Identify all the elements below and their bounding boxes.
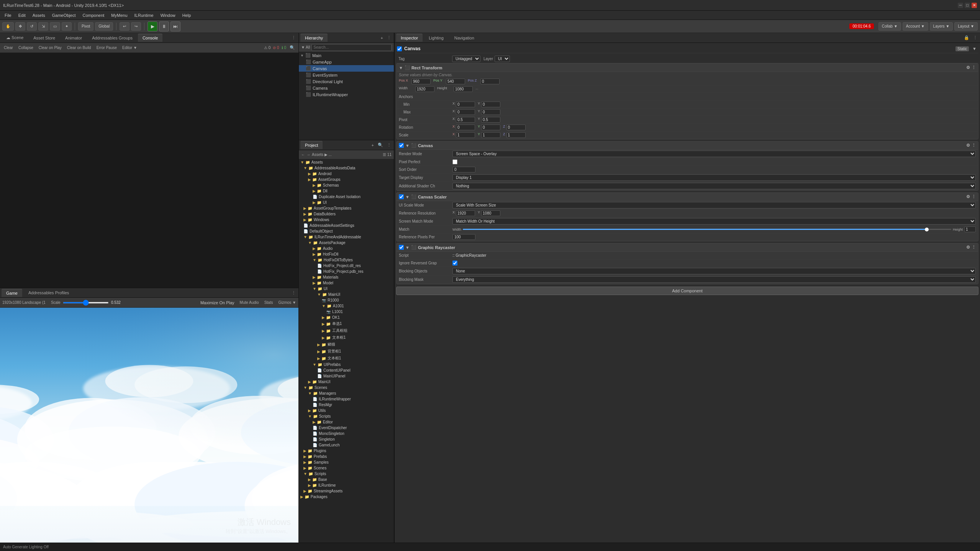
pivot-y[interactable] (481, 117, 500, 123)
tab-scene[interactable]: ☁ Scene (2, 34, 28, 42)
tab-game[interactable]: Game (2, 289, 22, 297)
tab-inspector[interactable]: Inspector (396, 34, 423, 42)
h-item-camera[interactable]: ⬛ Camera (299, 85, 394, 91)
p-packages[interactable]: ▶ 📁 Packages (299, 494, 394, 500)
transform-tool[interactable]: ✦ (62, 22, 72, 31)
match-slider[interactable] (463, 229, 951, 230)
tab-asset-store[interactable]: Asset Store (29, 34, 60, 42)
tab-addressables-profiles[interactable]: Addressables Profiles (24, 289, 74, 297)
h-item-eventsystem[interactable]: ⬛ EventSystem (299, 72, 394, 78)
object-active-checkbox[interactable] (397, 46, 402, 51)
anchor-max-x[interactable] (456, 109, 475, 115)
hierarchy-search[interactable] (311, 44, 392, 51)
pos-z-input[interactable] (480, 79, 500, 84)
menu-component[interactable]: Component (79, 12, 107, 18)
move-tool[interactable]: ✥ (15, 22, 25, 31)
menu-mymenu[interactable]: MyMenu (108, 12, 130, 18)
p-windows[interactable]: ▶ 📁 Windows (299, 217, 394, 223)
redo-btn[interactable]: ↪ (131, 22, 141, 31)
p-single1[interactable]: ▶ 📁 单选1 (299, 320, 394, 327)
p-ilruntimewrapper-file[interactable]: 📄 ILRuntimeWrapper (299, 396, 394, 402)
p-hotfixdll[interactable]: ▶ 📁 HotFixDll (299, 251, 394, 257)
canvas-scaler-enabled[interactable] (399, 194, 404, 199)
p-prefabs[interactable]: ▶ 📁 Prefabs (299, 454, 394, 459)
mute-btn[interactable]: Mute Audio (240, 300, 259, 305)
p-dll[interactable]: ▶ 📁 Dll (299, 188, 394, 194)
p-resmgr[interactable]: 📄 ResMgr (299, 402, 394, 408)
p-ok1[interactable]: ▶ 📁 OK1 (299, 315, 394, 320)
p-ilruntime[interactable]: ▶ 📁 ILRuntime (299, 482, 394, 488)
inspector-lock[interactable]: 🔒 (963, 35, 970, 41)
canvas-settings[interactable]: ⚙ (966, 143, 970, 148)
play-btn[interactable]: ▶ (147, 21, 157, 31)
render-mode-select[interactable]: Screen Space - Overlay (452, 151, 976, 157)
p-scenes[interactable]: ▼ 📁 Scenes (299, 385, 394, 390)
undo-btn[interactable]: ↩ (120, 22, 129, 31)
match-value[interactable] (964, 226, 976, 232)
p-r1000[interactable]: 📷 R1000 (299, 297, 394, 303)
pixel-perfect-checkbox[interactable] (452, 159, 457, 164)
p-addressable-assets-data[interactable]: ▼ 📁 AddressableAssetsData (299, 165, 394, 171)
scale-slider[interactable] (63, 302, 109, 303)
width-input[interactable] (415, 86, 434, 92)
console-error-pause-btn[interactable]: Error Pause (95, 45, 118, 50)
scale-z[interactable] (506, 132, 526, 138)
rot-z[interactable] (506, 125, 526, 130)
console-editor-btn[interactable]: Editor ▼ (121, 45, 139, 50)
p-a1001[interactable]: ▼ 📁 A1001 (299, 303, 394, 309)
global-btn[interactable]: Global (95, 22, 113, 31)
p-hotfix-dll-res[interactable]: 📄 HotFix_Project.dll_res (299, 263, 394, 269)
p-tool-frame[interactable]: ▶ 📁 工具框组 (299, 327, 394, 334)
p-defaultobject[interactable]: 📄 DefaultObject (299, 228, 394, 234)
maximize-btn[interactable]: □ (965, 3, 970, 8)
rect-transform-settings[interactable]: ⚙ (966, 65, 970, 70)
menu-window[interactable]: Window (157, 12, 179, 18)
p-singleton[interactable]: 📄 Singleton (299, 436, 394, 442)
layer-select[interactable]: UI (495, 56, 510, 62)
tab-hierarchy[interactable]: Hierarchy (300, 34, 328, 42)
h-item-directional-light[interactable]: ⬛ Directional Light (299, 78, 394, 85)
tab-addressables-groups[interactable]: Addressables Groups (87, 34, 137, 42)
scale-y[interactable] (481, 132, 500, 138)
p-assetgroup-templates[interactable]: ▶ 📁 AssetGroupTemplates (299, 205, 394, 211)
rect-transform-menu[interactable]: ⋮ (972, 65, 976, 70)
anchor-min-y[interactable] (481, 102, 500, 107)
pos-y-input[interactable] (446, 79, 465, 84)
p-duplicate-asset[interactable]: 📄 Duplicate Asset Isolation (299, 194, 394, 200)
p-samples[interactable]: ▶ 📁 Samples (299, 459, 394, 465)
rot-y[interactable] (481, 125, 500, 130)
p-addressable-settings[interactable]: 📄 AddressableAssetSettings (299, 223, 394, 228)
close-btn[interactable]: ✕ (972, 3, 977, 8)
p-bg-frame1[interactable]: ▶ 📁 背景框1 (299, 348, 394, 355)
p-materials[interactable]: ▶ 📁 Materials (299, 274, 394, 280)
pivot-btn[interactable]: Pivot (78, 22, 93, 31)
p-schemas[interactable]: ▶ 📁 Schemas (299, 182, 394, 188)
step-btn[interactable]: ⏭ (170, 21, 180, 31)
scale-x[interactable] (456, 132, 475, 138)
tab-lighting[interactable]: Lighting (424, 34, 448, 42)
hand-tool[interactable]: ✋ (2, 22, 14, 31)
anchor-min-x[interactable] (456, 102, 475, 107)
p-assets[interactable]: ▼ 📁 Assets (299, 159, 394, 165)
gr-ignore-checkbox[interactable] (452, 261, 457, 266)
p-databuilders[interactable]: ▶ 📁 DataBuilders (299, 211, 394, 217)
rot-x[interactable] (456, 125, 475, 130)
p-editor[interactable]: ▶ 📁 Editor (299, 419, 394, 425)
project-back[interactable]: ← (301, 153, 305, 157)
account-btn[interactable]: Account ▼ (903, 22, 928, 31)
p-base[interactable]: ▶ 📁 Base (299, 477, 394, 482)
hierarchy-settings-btn[interactable]: ⋮ (386, 35, 392, 41)
scene-panel-settings[interactable]: ⋮ (290, 35, 297, 41)
p-contentuipanel[interactable]: 📄 ContentUIPanel (299, 367, 394, 373)
stats-btn[interactable]: Stats (264, 300, 273, 305)
layers-btn[interactable]: Layers ▼ (930, 22, 953, 31)
project-forward[interactable]: → (306, 153, 310, 157)
tab-project[interactable]: Project (300, 141, 323, 149)
p-mainui2[interactable]: ▶ 📁 MainUI (299, 379, 394, 385)
console-collapse-btn[interactable]: Collapse (17, 45, 35, 50)
maximize-btn-game[interactable]: Maximize On Play (200, 300, 234, 305)
menu-gameobject[interactable]: GameObject (49, 12, 79, 18)
pause-btn[interactable]: ⏸ (159, 21, 169, 31)
tab-navigation[interactable]: Navigation (450, 34, 479, 42)
p-managers[interactable]: ▼ 📁 Managers (299, 390, 394, 396)
